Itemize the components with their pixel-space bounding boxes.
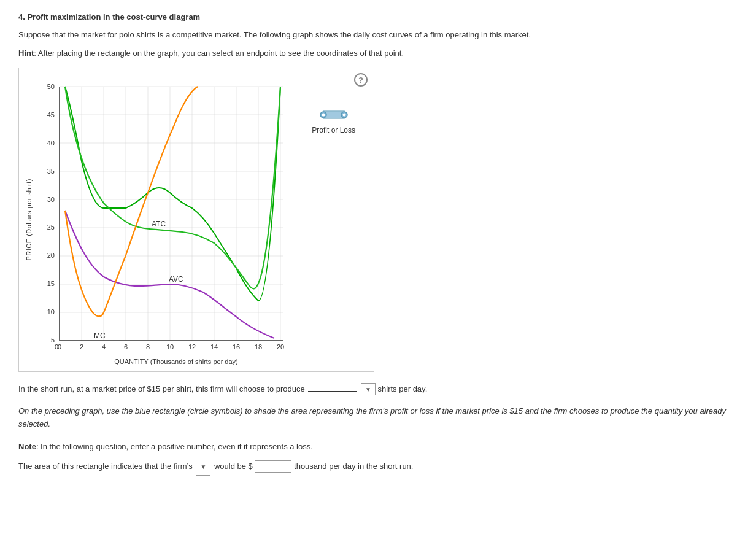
svg-text:20: 20 <box>277 343 284 350</box>
svg-point-4 <box>342 114 345 117</box>
svg-text:40: 40 <box>47 139 55 147</box>
svg-text:6: 6 <box>124 343 128 350</box>
short-run-section: In the short run, at a market price of $… <box>18 383 738 395</box>
avc-curve <box>65 211 274 338</box>
short-run-text-before: In the short run, at a market price of $… <box>18 384 305 393</box>
svg-text:8: 8 <box>146 343 150 350</box>
hint-label: Hint <box>18 48 34 58</box>
area-text-after: thousand per day in the short run. <box>294 462 413 471</box>
y-axis-label: PRICE (Dollars per shirt) <box>25 179 33 261</box>
italic-paragraph: On the preceding graph, use the blue rec… <box>18 405 738 431</box>
note-paragraph: Note: In the following question, enter a… <box>18 441 738 453</box>
question-title: 4. Profit maximization in the cost-curve… <box>18 12 738 21</box>
profit-loss-dropdown[interactable]: ▼ <box>196 459 210 476</box>
svg-point-3 <box>322 114 325 117</box>
svg-text:4: 4 <box>102 343 106 350</box>
svg-text:10: 10 <box>166 343 174 350</box>
legend-icon <box>318 105 349 123</box>
svg-text:2: 2 <box>80 343 83 350</box>
atc-label: ATC <box>152 220 166 228</box>
legend-label: Profit or Loss <box>312 126 355 134</box>
atc-curve <box>65 87 280 288</box>
svg-text:45: 45 <box>47 111 55 118</box>
svg-text:10: 10 <box>47 308 55 315</box>
chart-inner: 50 45 40 35 30 25 20 15 10 5 0 0 2 4 6 <box>35 74 293 365</box>
svg-text:12: 12 <box>188 343 196 350</box>
svg-text:14: 14 <box>210 343 218 350</box>
hint-text: Hint: After placing the rectangle on the… <box>18 47 738 60</box>
legend-area: Profit or Loss <box>312 105 355 134</box>
help-icon[interactable]: ? <box>354 73 368 87</box>
graph-svg: 50 45 40 35 30 25 20 15 10 5 0 0 2 4 6 <box>35 74 293 357</box>
area-line: The area of this rectangle indicates tha… <box>18 459 738 476</box>
svg-text:30: 30 <box>47 196 55 203</box>
svg-text:0: 0 <box>58 343 61 350</box>
mc-label: MC <box>94 331 106 340</box>
hint-body: : After placing the rectangle on the gra… <box>34 48 404 58</box>
graph-container: ? Profit or Loss PRICE (Dollars per shir… <box>18 68 374 372</box>
note-text: : In the following question, enter a pos… <box>36 442 313 451</box>
svg-text:15: 15 <box>47 280 55 287</box>
svg-text:25: 25 <box>47 223 55 231</box>
short-run-text-after: shirts per day. <box>378 384 428 393</box>
avc-label: AVC <box>169 275 183 284</box>
shirts-dropdown[interactable]: ▼ <box>361 383 376 395</box>
svg-text:20: 20 <box>47 252 55 259</box>
note-label: Note <box>18 442 36 451</box>
description-text: Suppose that the market for polo shirts … <box>18 29 738 41</box>
svg-text:18: 18 <box>255 343 262 350</box>
area-text-before: The area of this rectangle indicates tha… <box>18 462 193 471</box>
x-axis-label: QUANTITY (Thousands of shirts per day) <box>60 358 293 365</box>
svg-text:16: 16 <box>233 343 240 350</box>
svg-text:35: 35 <box>47 168 55 175</box>
area-text-middle: would be $ <box>214 462 253 471</box>
svg-text:50: 50 <box>47 83 55 90</box>
area-value-input[interactable] <box>255 460 291 473</box>
